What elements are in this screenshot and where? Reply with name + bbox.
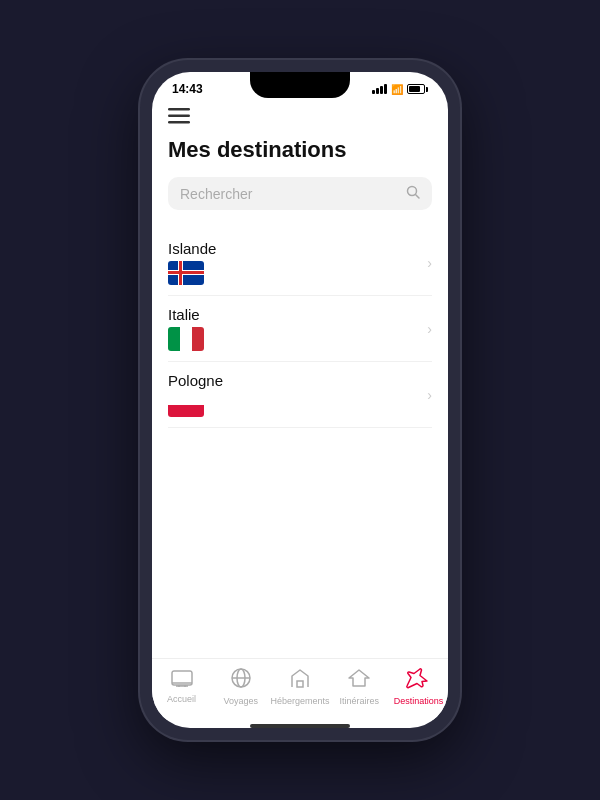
phone-frame: 14:43 📶	[140, 60, 460, 740]
destination-left-italie: Italie	[168, 306, 204, 351]
tab-voyages[interactable]: Voyages	[211, 667, 270, 706]
tab-label-destinations: Destinations	[394, 696, 444, 706]
destination-item-italie[interactable]: Italie ›	[168, 296, 432, 362]
tab-icon-accueil	[171, 669, 193, 692]
home-indicator	[250, 724, 350, 728]
destination-name-islande: Islande	[168, 240, 216, 257]
svg-rect-1	[168, 115, 190, 118]
search-placeholder: Rechercher	[180, 186, 406, 202]
tab-hebergements[interactable]: Hébergements	[270, 667, 329, 706]
chevron-icon-islande: ›	[427, 255, 432, 271]
tab-label-hebergements: Hébergements	[270, 696, 329, 706]
tab-label-voyages: Voyages	[224, 696, 259, 706]
tab-label-itineraires: Itinéraires	[339, 696, 379, 706]
signal-icon	[372, 84, 387, 94]
phone-screen: 14:43 📶	[152, 72, 448, 728]
notch	[250, 72, 350, 98]
battery-icon	[407, 84, 428, 94]
chevron-icon-pologne: ›	[427, 387, 432, 403]
destination-name-italie: Italie	[168, 306, 204, 323]
flag-poland	[168, 393, 204, 417]
search-bar[interactable]: Rechercher	[168, 177, 432, 210]
tab-icon-itineraires	[348, 667, 370, 694]
destination-left-islande: Islande	[168, 240, 216, 285]
wifi-icon: 📶	[391, 84, 403, 95]
tab-icon-hebergements	[289, 667, 311, 694]
main-content: Mes destinations Rechercher Islande	[152, 100, 448, 658]
destination-left-pologne: Pologne	[168, 372, 223, 417]
flag-iceland	[168, 261, 204, 285]
destination-item-islande[interactable]: Islande ›	[168, 230, 432, 296]
status-icons: 📶	[372, 84, 428, 95]
menu-icon[interactable]	[168, 108, 432, 129]
svg-line-4	[416, 195, 420, 199]
page-title: Mes destinations	[168, 137, 432, 163]
tab-icon-destinations	[406, 667, 430, 694]
destination-item-pologne[interactable]: Pologne ›	[168, 362, 432, 428]
chevron-icon-italie: ›	[427, 321, 432, 337]
svg-rect-2	[168, 121, 190, 124]
flag-italy	[168, 327, 204, 351]
tab-icon-voyages	[230, 667, 252, 694]
search-icon	[406, 185, 420, 202]
tab-accueil[interactable]: Accueil	[152, 669, 211, 704]
tab-destinations[interactable]: Destinations	[389, 667, 448, 706]
svg-rect-13	[297, 681, 303, 687]
svg-rect-0	[168, 108, 190, 111]
tab-bar: Accueil Voyages	[152, 658, 448, 720]
svg-marker-14	[349, 670, 369, 686]
status-time: 14:43	[172, 82, 203, 96]
destination-name-pologne: Pologne	[168, 372, 223, 389]
tab-label-accueil: Accueil	[167, 694, 196, 704]
tab-itineraires[interactable]: Itinéraires	[330, 667, 389, 706]
